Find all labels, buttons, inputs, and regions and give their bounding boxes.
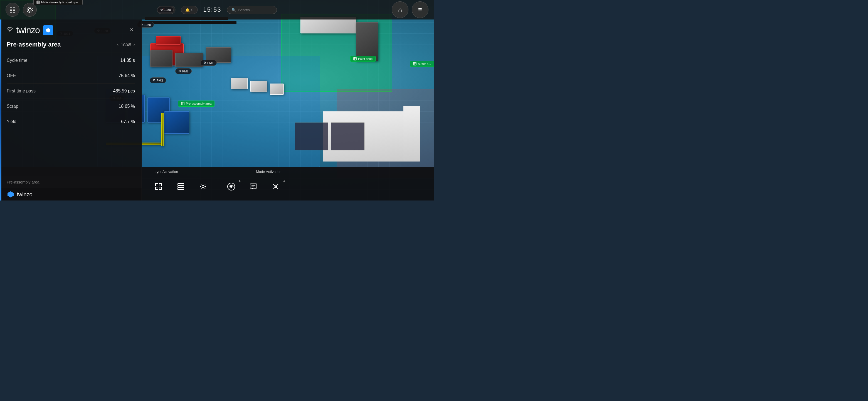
gear-icon-pm2: ⚙ (178, 69, 181, 73)
footer-settings-icon (199, 183, 207, 191)
svg-rect-1 (13, 7, 15, 9)
stat-row-yield: Yield 67.7 % (7, 114, 135, 129)
side-panel: twinzo × Pre-assembly area ‹ 10/45 › (0, 20, 142, 200)
svg-point-33 (202, 185, 204, 188)
menu-button[interactable]: ≡ (412, 1, 428, 18)
svg-rect-26 (156, 183, 158, 186)
header: OU1 - Packaging Main assembly line with … (0, 0, 434, 20)
svg-rect-10 (37, 1, 39, 4)
footer-circle-button[interactable]: ▲ (220, 177, 242, 196)
pre-assembly-map-tag[interactable]: Pre-assembly area (178, 101, 215, 107)
footer-tool-button[interactable]: ▲ (265, 177, 287, 196)
stats-list: Cycle time 14.35 s OEE 75.64 % First tim… (0, 53, 142, 176)
logo-box (43, 25, 53, 35)
cycle-time-value: 14.35 s (121, 58, 135, 63)
header-left (6, 3, 37, 17)
rack-2 (331, 122, 365, 150)
panel-header: twinzo × Pre-assembly area ‹ 10/45 › (0, 20, 142, 53)
bottom-logo: twinzo (0, 188, 142, 200)
machine-blue-4 (164, 111, 189, 134)
stat-row-cycle-time: Cycle time 14.35 s (7, 53, 135, 68)
svg-rect-3 (13, 10, 15, 12)
mode-activation-label: Mode Activation (256, 170, 282, 174)
settings-count: 1030 (164, 8, 171, 11)
stat-row-first-time-pass: First time pass 485.59 pcs (7, 84, 135, 99)
stat-row-scrap: Scrap 18.65 % (7, 99, 135, 114)
search-placeholder: Search... (238, 8, 253, 12)
oee-label: OEE (7, 73, 16, 78)
svg-rect-17 (353, 57, 356, 60)
footer-gear-button[interactable] (192, 177, 214, 196)
tool-expand-arrow[interactable]: ▲ (283, 179, 286, 182)
grid-view-button[interactable] (6, 3, 20, 17)
header-center: 📍 20 🔔 0 15:53 🔍 Search... ⚙ 1030 (157, 6, 277, 14)
search-bar[interactable]: 🔍 Search... (227, 6, 277, 14)
panel-title-row: Pre-assembly area ‹ 10/45 › (7, 41, 135, 48)
next-arrow[interactable]: › (133, 42, 135, 47)
footer-tool-icon (272, 183, 280, 191)
close-button[interactable]: × (127, 25, 136, 34)
paint-shop-tag[interactable]: Paint shop (350, 56, 376, 62)
stat-row-oee: OEE 75.64 % (7, 68, 135, 84)
panel-title: Pre-assembly area (7, 41, 61, 48)
footer-list-button[interactable] (170, 177, 192, 196)
scrap-label: Scrap (7, 104, 18, 109)
scrap-value: 18.65 % (119, 104, 135, 109)
cycle-time-label: Cycle time (7, 58, 28, 63)
svg-point-35 (230, 185, 232, 188)
machine-dark-2 (175, 53, 203, 67)
logo-text: twinzo (16, 25, 40, 35)
home-button[interactable]: ⌂ (392, 1, 408, 18)
buffer-label: Buffer a... (418, 62, 431, 65)
svg-rect-32 (178, 188, 184, 190)
gear-icon-pm3: ⚙ (153, 79, 156, 82)
gear-tag-pm3[interactable]: ⚙ PM3 (150, 78, 166, 83)
panel-logo-area: twinzo (7, 25, 135, 35)
prev-arrow[interactable]: ‹ (117, 42, 119, 47)
bottom-logo-text: twinzo (17, 191, 33, 198)
svg-rect-2 (10, 10, 12, 12)
footer-grid-icon (155, 183, 162, 191)
storage-white-1 (231, 78, 248, 89)
gear-icon-pm1: ⚙ (204, 61, 206, 65)
footer-chat-icon (250, 183, 257, 191)
first-time-pass-value: 485.59 pcs (113, 89, 135, 93)
yield-label: Yield (7, 119, 17, 124)
svg-rect-31 (178, 186, 184, 188)
svg-point-23 (9, 31, 10, 32)
barrier-yellow-2 (161, 113, 163, 146)
oee-value: 75.64 % (119, 73, 135, 78)
gear-tag-pm1[interactable]: ⚙ PM1 (200, 60, 217, 66)
pre-assembly-map-label: Pre-assembly area (186, 102, 211, 105)
gear-tag-pm2[interactable]: ⚙ PM2 (175, 68, 192, 74)
paint-shop-label: Paint shop (358, 57, 373, 60)
bottom-logo-icon (7, 191, 14, 198)
footer-grid-button[interactable] (148, 177, 170, 196)
rack-1 (295, 122, 328, 150)
first-time-pass-label: First time pass (7, 89, 36, 93)
svg-rect-30 (178, 183, 184, 185)
clock-display: 15:53 (203, 6, 221, 13)
buffer-tag[interactable]: Buffer a... (410, 61, 434, 67)
pagination-text: 10/45 (121, 42, 131, 47)
machine-dark-1 (150, 50, 173, 67)
status-text: Pre-assembly area (7, 180, 39, 184)
circle-expand-arrow[interactable]: ▲ (239, 179, 241, 182)
machine-red-top (156, 36, 181, 45)
main-assembly-label: Main assembly line with pad (41, 1, 80, 4)
pagination: ‹ 10/45 › (117, 42, 135, 47)
bell-icon: 🔔 (185, 8, 190, 12)
svg-rect-29 (159, 187, 162, 190)
layer-activation-label: Layer Activation (152, 170, 178, 174)
footer-chat-button[interactable] (242, 177, 265, 196)
wall-right-2 (403, 106, 420, 162)
header-right: ⌂ ≡ (392, 1, 428, 18)
svg-point-4 (28, 8, 31, 11)
settings-count-badge: ⚙ 1030 (157, 7, 174, 13)
main-assembly-tag[interactable]: Main assembly line with pad (33, 0, 83, 5)
storage-white-2 (250, 81, 267, 92)
svg-rect-27 (159, 183, 162, 186)
svg-marker-24 (46, 28, 50, 33)
svg-rect-28 (156, 187, 158, 190)
svg-rect-20 (413, 62, 416, 65)
